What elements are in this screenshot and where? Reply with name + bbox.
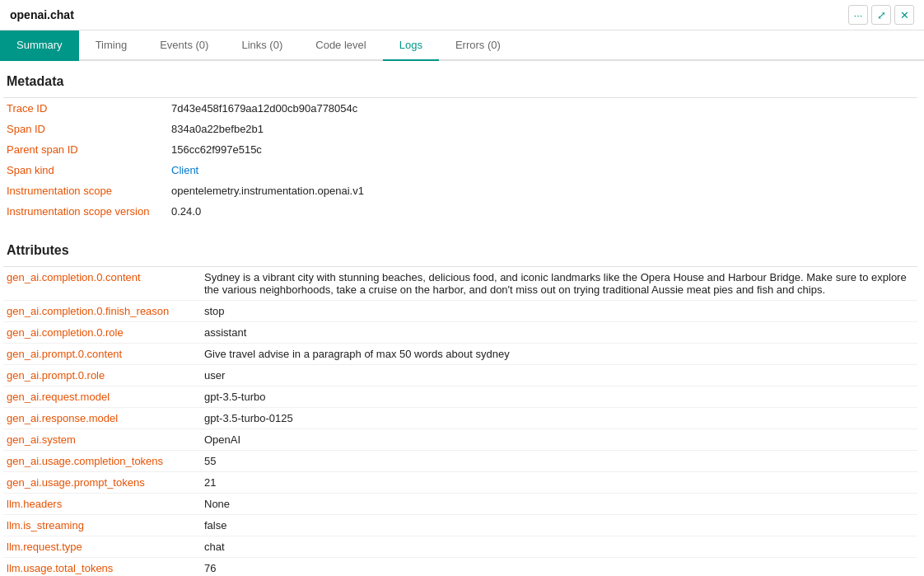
metadata-row: Span ID834a0a22befbe2b1 [3, 119, 917, 139]
attribute-key: gen_ai.request.model [3, 386, 201, 408]
attribute-row: gen_ai.response.modelgpt-3.5-turbo-0125 [3, 408, 917, 429]
attribute-key: gen_ai.completion.0.role [3, 322, 201, 344]
tab-code-level[interactable]: Code level [299, 30, 382, 61]
metadata-key: Span kind [3, 160, 168, 180]
attribute-row: llm.request.typechat [3, 536, 917, 558]
metadata-key: Parent span ID [3, 139, 168, 160]
metadata-title: Metadata [3, 61, 917, 98]
metadata-key: Instrumentation scope [3, 180, 168, 201]
tab-timing[interactable]: Timing [79, 30, 144, 61]
metadata-value: 834a0a22befbe2b1 [168, 119, 917, 139]
header: openai.chat ··· ⤢ ✕ [0, 0, 924, 30]
metadata-section: Metadata Trace ID7d43e458f1679aa12d00cb9… [0, 61, 924, 222]
attribute-key: gen_ai.prompt.0.role [3, 365, 201, 386]
header-controls: ··· ⤢ ✕ [848, 5, 914, 25]
attribute-value: chat [201, 536, 917, 558]
attribute-row: gen_ai.completion.0.roleassistant [3, 322, 917, 344]
tab-logs[interactable]: Logs [383, 30, 439, 61]
attribute-row: gen_ai.prompt.0.contentGive travel advis… [3, 344, 917, 365]
metadata-row: Instrumentation scopeopentelemetry.instr… [3, 180, 917, 201]
close-button[interactable]: ✕ [894, 5, 914, 25]
attribute-row: gen_ai.request.modelgpt-3.5-turbo [3, 386, 917, 408]
attributes-title: Attributes [3, 230, 917, 267]
attribute-key: llm.usage.total_tokens [3, 558, 201, 577]
metadata-row: Span kindClient [3, 160, 917, 180]
attribute-row: llm.usage.total_tokens76 [3, 558, 917, 577]
attribute-row: gen_ai.completion.0.contentSydney is a v… [3, 267, 917, 301]
tab-summary[interactable]: Summary [0, 30, 79, 61]
attribute-row: gen_ai.usage.completion_tokens55 [3, 451, 917, 472]
metadata-row: Trace ID7d43e458f1679aa12d00cb90a778054c [3, 98, 917, 119]
attribute-key: gen_ai.prompt.0.content [3, 344, 201, 365]
metadata-row: Instrumentation scope version0.24.0 [3, 201, 917, 222]
more-button[interactable]: ··· [848, 5, 868, 25]
attributes-section: Attributes gen_ai.completion.0.contentSy… [0, 230, 924, 576]
attribute-value: Sydney is a vibrant city with stunning b… [201, 267, 917, 301]
attribute-row: llm.is_streamingfalse [3, 515, 917, 536]
window-title: openai.chat [10, 8, 74, 21]
metadata-value: 0.24.0 [168, 201, 917, 222]
metadata-table: Trace ID7d43e458f1679aa12d00cb90a778054c… [3, 98, 917, 222]
attribute-value: user [201, 365, 917, 386]
attribute-key: gen_ai.response.model [3, 408, 201, 429]
attribute-key: gen_ai.usage.prompt_tokens [3, 472, 201, 494]
attribute-value: gpt-3.5-turbo [201, 386, 917, 408]
attribute-value: OpenAI [201, 429, 917, 451]
attribute-value: None [201, 494, 917, 515]
metadata-value: 156cc62f997e515c [168, 139, 917, 160]
attribute-row: gen_ai.completion.0.finish_reasonstop [3, 301, 917, 322]
attribute-key: llm.request.type [3, 536, 201, 558]
attributes-table: gen_ai.completion.0.contentSydney is a v… [3, 267, 917, 576]
attribute-key: llm.is_streaming [3, 515, 201, 536]
attribute-row: llm.headersNone [3, 494, 917, 515]
metadata-value: opentelemetry.instrumentation.openai.v1 [168, 180, 917, 201]
attribute-value: false [201, 515, 917, 536]
attribute-value: Give travel advise in a paragraph of max… [201, 344, 917, 365]
attribute-row: gen_ai.usage.prompt_tokens21 [3, 472, 917, 494]
attribute-key: gen_ai.completion.0.content [3, 267, 201, 301]
attribute-row: gen_ai.prompt.0.roleuser [3, 365, 917, 386]
tab-bar: Summary Timing Events (0) Links (0) Code… [0, 30, 924, 61]
metadata-value: Client [168, 160, 917, 180]
content-area: Metadata Trace ID7d43e458f1679aa12d00cb9… [0, 61, 924, 576]
expand-button[interactable]: ⤢ [871, 5, 891, 25]
metadata-key: Instrumentation scope version [3, 201, 168, 222]
metadata-key: Trace ID [3, 98, 168, 119]
attribute-key: gen_ai.system [3, 429, 201, 451]
attribute-value: 76 [201, 558, 917, 577]
metadata-value: 7d43e458f1679aa12d00cb90a778054c [168, 98, 917, 119]
tab-errors[interactable]: Errors (0) [439, 30, 517, 61]
attribute-key: gen_ai.completion.0.finish_reason [3, 301, 201, 322]
attribute-key: llm.headers [3, 494, 201, 515]
attribute-value: assistant [201, 322, 917, 344]
attribute-row: gen_ai.systemOpenAI [3, 429, 917, 451]
tab-events[interactable]: Events (0) [143, 30, 225, 61]
tab-links[interactable]: Links (0) [225, 30, 299, 61]
attribute-key: gen_ai.usage.completion_tokens [3, 451, 201, 472]
attribute-value: 55 [201, 451, 917, 472]
attribute-value: 21 [201, 472, 917, 494]
attribute-value: stop [201, 301, 917, 322]
metadata-row: Parent span ID156cc62f997e515c [3, 139, 917, 160]
metadata-key: Span ID [3, 119, 168, 139]
attribute-value: gpt-3.5-turbo-0125 [201, 408, 917, 429]
